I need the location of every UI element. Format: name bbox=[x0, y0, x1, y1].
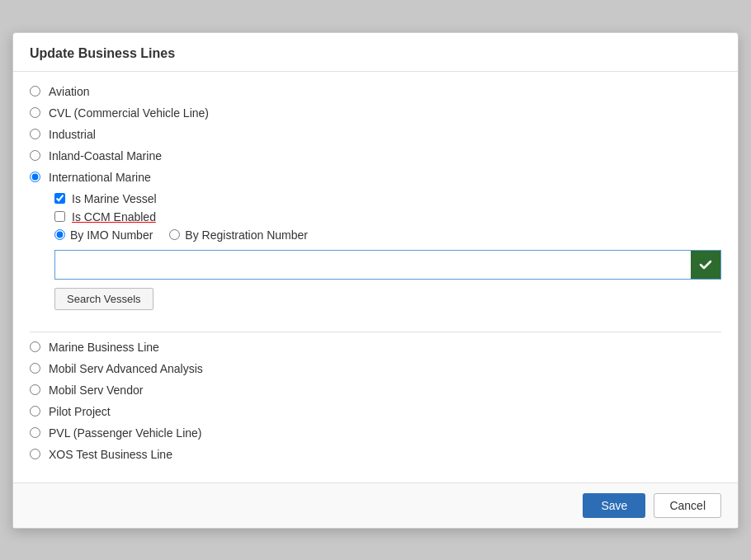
radio-aviation[interactable]: Aviation bbox=[30, 85, 721, 98]
radio-pilot-project[interactable]: Pilot Project bbox=[30, 405, 721, 418]
radio-label-cvl: CVL (Commercial Vehicle Line) bbox=[49, 106, 209, 120]
radio-marine-business[interactable]: Marine Business Line bbox=[30, 341, 721, 354]
radio-label-inland-coastal: Inland-Coastal Marine bbox=[49, 149, 162, 162]
modal-overlay: Update Business Lines Aviation CVL (Comm… bbox=[0, 0, 751, 560]
radio-xos-test[interactable]: XOS Test Business Line bbox=[30, 448, 721, 461]
radio-by-imo[interactable]: By IMO Number bbox=[54, 228, 153, 242]
search-type-radio-group: By IMO Number By Registration Number bbox=[54, 228, 721, 242]
checkmark-icon bbox=[698, 257, 713, 272]
modal-title: Update Business Lines bbox=[30, 46, 175, 60]
radio-input-cvl[interactable] bbox=[30, 107, 40, 118]
radio-label-aviation: Aviation bbox=[49, 85, 90, 98]
radio-input-industrial[interactable] bbox=[30, 129, 40, 139]
radio-label-by-registration: By Registration Number bbox=[185, 228, 308, 242]
radio-input-mobil-serv-advanced[interactable] bbox=[30, 363, 40, 374]
checkbox-input-is-ccm-enabled[interactable] bbox=[54, 211, 65, 222]
modal-header: Update Business Lines bbox=[13, 33, 738, 72]
radio-input-pvl[interactable] bbox=[30, 427, 40, 438]
international-marine-subsection: Is Marine Vessel Is CCM Enabled By IMO N… bbox=[54, 192, 721, 323]
radio-industrial[interactable]: Industrial bbox=[30, 128, 721, 141]
radio-inland-coastal[interactable]: Inland-Coastal Marine bbox=[30, 149, 721, 162]
modal-body: Aviation CVL (Commercial Vehicle Line) I… bbox=[13, 72, 738, 482]
radio-input-pilot-project[interactable] bbox=[30, 406, 40, 416]
radio-by-registration[interactable]: By Registration Number bbox=[169, 228, 308, 242]
checkbox-input-is-marine-vessel[interactable] bbox=[54, 193, 65, 204]
radio-input-marine-business[interactable] bbox=[30, 341, 40, 352]
radio-label-mobil-serv-advanced: Mobil Serv Advanced Analysis bbox=[49, 362, 203, 375]
checkbox-label-is-ccm-enabled: Is CCM Enabled bbox=[72, 210, 156, 224]
radio-international-marine[interactable]: International Marine bbox=[30, 171, 721, 184]
radio-input-by-registration[interactable] bbox=[169, 229, 180, 240]
radio-label-industrial: Industrial bbox=[49, 128, 96, 141]
search-vessels-button[interactable]: Search Vessels bbox=[54, 288, 154, 310]
radio-label-by-imo: By IMO Number bbox=[70, 228, 153, 242]
search-icon-button[interactable] bbox=[691, 251, 720, 279]
radio-label-pvl: PVL (Passenger Vehicle Line) bbox=[49, 426, 201, 440]
radio-input-aviation[interactable] bbox=[30, 86, 40, 96]
checkbox-label-is-marine-vessel: Is Marine Vessel bbox=[72, 192, 157, 205]
radio-input-xos-test[interactable] bbox=[30, 449, 40, 459]
search-input[interactable] bbox=[55, 253, 691, 276]
radio-label-pilot-project: Pilot Project bbox=[49, 405, 111, 418]
section-divider bbox=[30, 332, 721, 332]
radio-mobil-serv-advanced[interactable]: Mobil Serv Advanced Analysis bbox=[30, 362, 721, 375]
radio-pvl[interactable]: PVL (Passenger Vehicle Line) bbox=[30, 426, 721, 440]
radio-input-by-imo[interactable] bbox=[54, 229, 65, 240]
radio-label-mobil-serv-vendor: Mobil Serv Vendor bbox=[49, 384, 143, 397]
radio-input-inland-coastal[interactable] bbox=[30, 150, 40, 161]
radio-label-marine-business: Marine Business Line bbox=[49, 341, 159, 354]
cancel-button[interactable]: Cancel bbox=[654, 493, 721, 518]
radio-label-international-marine: International Marine bbox=[49, 171, 151, 184]
save-button[interactable]: Save bbox=[583, 493, 645, 518]
radio-input-international-marine[interactable] bbox=[30, 172, 40, 182]
radio-label-xos-test: XOS Test Business Line bbox=[49, 448, 172, 461]
modal-dialog: Update Business Lines Aviation CVL (Comm… bbox=[12, 32, 739, 529]
modal-footer: Save Cancel bbox=[13, 482, 738, 528]
search-input-row bbox=[54, 250, 721, 280]
radio-cvl[interactable]: CVL (Commercial Vehicle Line) bbox=[30, 106, 721, 120]
checkbox-is-marine-vessel[interactable]: Is Marine Vessel bbox=[54, 192, 721, 205]
radio-input-mobil-serv-vendor[interactable] bbox=[30, 384, 40, 395]
checkbox-is-ccm-enabled[interactable]: Is CCM Enabled bbox=[54, 210, 721, 224]
radio-mobil-serv-vendor[interactable]: Mobil Serv Vendor bbox=[30, 384, 721, 397]
